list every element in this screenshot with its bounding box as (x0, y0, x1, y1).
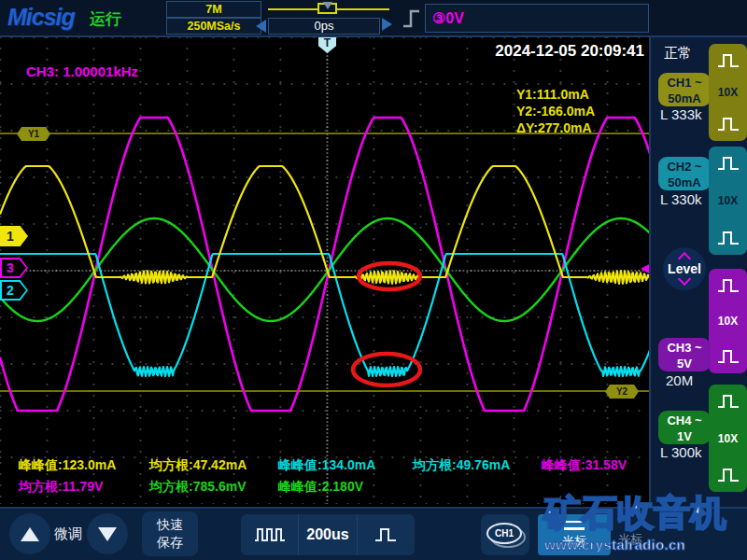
cursor-dy-value: ΔY:277.0mA (516, 119, 595, 136)
brand-logo: Micsig (7, 4, 75, 31)
pulse-icon (716, 115, 740, 133)
pulse-icon (716, 392, 740, 411)
measurement-item[interactable]: 峰峰值:31.58V (542, 457, 627, 474)
ch1-probe-ratio: 10X (718, 86, 738, 99)
cursor-y1-handle[interactable]: Y1 (17, 127, 50, 141)
timebase-value[interactable]: 200us (299, 514, 357, 555)
ch3-probe-button[interactable]: 10X (709, 269, 747, 373)
ch3-frequency-readout: CH3: 1.00001kHz (26, 63, 138, 79)
ch1-probe-button[interactable]: 10X (709, 44, 747, 141)
horizontal-position-box[interactable]: 0ps (268, 18, 380, 35)
pulse-icon (374, 525, 398, 544)
pulse-icon (716, 229, 740, 247)
cursor-secondary-label[interactable]: 光标 (618, 531, 642, 548)
fine-tune-up-button[interactable] (9, 513, 50, 554)
timebase-control: 200us (241, 514, 415, 555)
ch1-input-impedance: L 333k (660, 106, 701, 122)
ch3-ground-marker[interactable]: 3 (0, 258, 28, 278)
pulse-icon (716, 466, 740, 484)
quick-save-button[interactable]: 快速保存 (142, 511, 198, 556)
measurement-item[interactable]: 均方根:11.79V (19, 479, 103, 496)
ch4-probe-ratio: 10X (718, 432, 738, 445)
fine-tune-down-button[interactable] (87, 513, 128, 554)
oscilloscope-screen: Micsig 运行 7M 250MSa/s 0ps ③0V CH3: 1.000… (0, 0, 747, 560)
timebase-compress-button[interactable] (358, 514, 415, 555)
measurement-item[interactable]: 峰峰值:134.0mA (278, 457, 375, 474)
cursor-y1-value: Y1:111.0mA (516, 86, 595, 103)
ch1-ground-marker[interactable]: 1 (0, 226, 28, 246)
bottom-toolbar: 微调 快速保存 200us CH1 光标 光标 (0, 507, 747, 560)
pulse-icon (716, 347, 740, 366)
waveform-display[interactable]: CH3: 1.00001kHz 2024-12-05 20:09:41 Y1:1… (0, 37, 654, 504)
measurement-item[interactable]: 均方根:47.42mA (149, 457, 247, 474)
ch1-badge-button[interactable]: CH1 ~50mA (658, 73, 711, 106)
acquisition-info-box[interactable]: 7M 250MSa/s (166, 1, 261, 35)
memory-position-arrow-icon (323, 2, 332, 9)
pulse-icon (716, 51, 740, 70)
ch2-probe-ratio: 10X (718, 194, 738, 207)
acquisition-mode-label: 正常 (664, 45, 692, 63)
ch2-badge-button[interactable]: CH2 ~50mA (658, 157, 711, 190)
measurement-item[interactable]: 峰峰值:123.0mA (19, 457, 116, 474)
ch2-ground-marker[interactable]: 2 (0, 280, 28, 301)
run-status[interactable]: 运行 (90, 8, 121, 30)
ch4-input-impedance: L 300k (660, 444, 701, 460)
multi-pulse-icon (253, 525, 287, 544)
channel-sidebar: 正常 CH1 ~50mA L 333k 10X CH2 ~50mA L 330k… (649, 37, 747, 507)
ch4-badge-button[interactable]: CH4 ~1V (658, 411, 711, 444)
trigger-level-button[interactable]: Level (663, 247, 706, 290)
pulse-icon (716, 276, 740, 295)
ch2-input-impedance: L 330k (660, 191, 701, 207)
trigger-level-box[interactable]: ③0V (425, 4, 649, 33)
fine-tune-label: 微调 (54, 525, 82, 543)
triangle-up-icon (21, 527, 39, 541)
cursor-y2-handle[interactable]: Y2 (605, 385, 639, 399)
triangle-down-icon (98, 527, 117, 541)
measurement-item[interactable]: 均方根:785.6mV (149, 479, 246, 496)
ch3-bandwidth-limit: 20M (666, 372, 693, 388)
h-position-right-arrow-icon[interactable] (382, 18, 392, 31)
cursor-readout: Y1:111.0mA Y2:-166.0mA ΔY:277.0mA (516, 86, 595, 136)
pulse-icon (716, 154, 740, 173)
cursor-lines-icon (564, 521, 585, 530)
cursor-y2-value: Y2:-166.0mA (516, 103, 595, 119)
h-position-left-arrow-icon[interactable] (256, 20, 266, 33)
sample-rate: 250MSa/s (166, 18, 261, 35)
channel-select-button[interactable]: CH1 (481, 514, 529, 555)
memory-depth: 7M (166, 1, 261, 18)
ch4-probe-button[interactable]: 10X (709, 385, 747, 492)
top-bar: Micsig 运行 7M 250MSa/s 0ps ③0V (0, 0, 747, 37)
datetime-readout: 2024-12-05 20:09:41 (495, 42, 644, 61)
trigger-slope-icon[interactable] (402, 7, 422, 30)
ch3-badge-button[interactable]: CH3 ~5V (658, 338, 711, 371)
measurement-item[interactable]: 均方根:49.76mA (413, 457, 510, 474)
cursor-menu-button[interactable]: 光标 (538, 514, 611, 555)
ch2-probe-button[interactable]: 10X (709, 147, 747, 255)
measurement-item[interactable]: 峰峰值:2.180V (278, 479, 363, 496)
ch3-probe-ratio: 10X (718, 315, 738, 328)
timebase-expand-button[interactable] (241, 514, 299, 555)
